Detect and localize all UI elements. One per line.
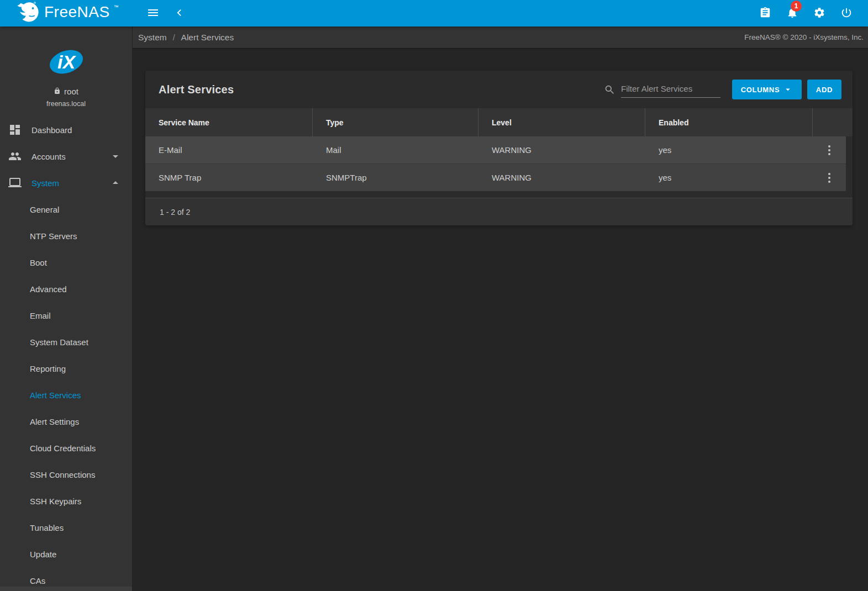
search-icon [604,84,616,96]
freenas-shark-logo-icon [15,1,40,25]
settings-gear-icon [813,7,825,20]
hostname: freenas.local [0,100,132,108]
page-title: Alert Services [159,83,234,96]
table-row[interactable]: E-Mail Mail WARNING yes [145,136,846,163]
sidebar-next-item-edge [0,587,132,591]
sidebar-subitem-label: Tunables [30,523,64,532]
sidebar-subitem-label: Email [30,311,51,320]
filter-input[interactable] [621,82,720,98]
menu-icon [146,6,160,21]
columns-button[interactable]: COLUMNS [732,80,802,99]
sidebar-item-reporting[interactable]: Reporting [0,355,132,382]
cell-enabled: yes [645,173,813,182]
sidebar: iX root freenas.local Dashboard Accounts… [0,27,133,591]
sidebar-item-system[interactable]: System [0,170,132,196]
sidebar-item-dashboard[interactable]: Dashboard [0,117,132,143]
sidebar-subitem-label: NTP Servers [30,231,77,241]
row-menu-button[interactable] [826,143,833,157]
sidebar-item-ssh-keypairs[interactable]: SSH Keypairs [0,488,132,514]
topbar-actions: 1 [759,7,868,20]
ix-logo: iX [46,48,86,76]
sidebar-item-label: Dashboard [31,125,72,135]
caret-up-icon [109,176,122,189]
freenas-brand[interactable]: FreeNAS ™ [0,1,133,25]
sidebar-item-alert-services[interactable]: Alert Services [0,382,132,408]
svg-text:iX: iX [57,51,76,72]
accounts-people-icon [8,150,22,163]
card-header: Alert Services COLUMNS ADD [145,71,853,108]
notifications-button[interactable]: 1 [786,7,799,20]
sidebar-nav: Dashboard Accounts System General NTP Se… [0,117,132,591]
more-vert-icon [828,173,830,183]
sidebar-item-ntp-servers[interactable]: NTP Servers [0,223,132,249]
column-header-actions [813,108,853,136]
cell-enabled: yes [645,145,813,155]
dashboard-icon [8,123,22,136]
sidebar-subitem-label: Boot [30,258,47,267]
sidebar-subitem-label: Update [30,550,56,559]
task-manager-button[interactable] [759,7,772,20]
lock-icon [54,87,61,96]
sidebar-item-email[interactable]: Email [0,302,132,329]
sidebar-item-boot[interactable]: Boot [0,249,132,276]
column-header-type[interactable]: Type [313,108,478,136]
column-header-level[interactable]: Level [478,108,645,136]
row-menu-button[interactable] [826,171,833,185]
column-header-service-name[interactable]: Service Name [145,108,313,136]
username: root [64,87,78,96]
sidebar-item-tunables[interactable]: Tunables [0,514,132,541]
sidebar-subitem-label: System Dataset [30,337,88,347]
sidebar-subitem-label: General [30,205,59,214]
topbar: FreeNAS ™ 1 [0,0,868,27]
main-content: Alert Services COLUMNS ADD Service Name … [133,50,868,591]
cell-type: SNMPTrap [313,173,478,182]
cell-actions [813,143,846,157]
sidebar-item-advanced[interactable]: Advanced [0,276,132,302]
sidebar-item-ssh-connections[interactable]: SSH Connections [0,461,132,488]
columns-button-label: COLUMNS [741,86,780,94]
breadcrumb-alert-services[interactable]: Alert Services [181,33,234,43]
cell-type: Mail [313,145,478,155]
breadcrumb-bar: System / Alert Services FreeNAS® © 2020 … [133,27,868,49]
chevron-left-icon [175,8,185,19]
sidenav-toggle-button[interactable] [146,7,160,20]
sidebar-subitem-label: Cloud Credentials [30,444,96,453]
alert-services-card: Alert Services COLUMNS ADD Service Name … [145,71,853,225]
sidebar-item-label: System [31,178,59,188]
power-button[interactable] [840,7,853,20]
table-paginator: 1 - 2 of 2 [145,198,853,225]
sidebar-item-update[interactable]: Update [0,541,132,567]
notification-badge: 1 [791,1,802,12]
column-header-enabled[interactable]: Enabled [645,108,813,136]
cell-actions [813,171,846,185]
more-vert-icon [828,145,830,155]
sidebar-item-alert-settings[interactable]: Alert Settings [0,408,132,435]
breadcrumb-separator: / [173,33,175,42]
sidebar-subitem-label: SSH Keypairs [30,497,81,506]
paginator-range-label: 1 - 2 of 2 [160,208,190,217]
cell-level: WARNING [478,173,645,182]
table-row[interactable]: SNMP Trap SNMPTrap WARNING yes [145,163,846,191]
caret-down-icon [783,85,793,94]
sidebar-subitem-label: Advanced [30,284,67,294]
brand-trademark: ™ [114,4,119,10]
card-header-actions: COLUMNS ADD [604,80,841,99]
breadcrumb: System / Alert Services [138,33,234,43]
cell-level: WARNING [478,145,645,155]
sidebar-item-general[interactable]: General [0,196,132,223]
power-icon [840,7,853,20]
system-laptop-icon [8,176,22,189]
tasks-clipboard-icon [759,7,771,20]
settings-button[interactable] [813,7,826,20]
copyright-text: FreeNAS® © 2020 - iXsystems, Inc. [744,33,864,41]
sidebar-item-accounts[interactable]: Accounts [0,143,132,170]
sidebar-item-system-dataset[interactable]: System Dataset [0,329,132,355]
sidebar-item-label: Accounts [31,152,66,161]
sidebar-item-cloud-credentials[interactable]: Cloud Credentials [0,435,132,461]
add-button[interactable]: ADD [807,80,841,99]
sidebar-subitem-label: SSH Connections [30,470,95,479]
sidebar-subitem-label: Reporting [30,364,66,373]
navigate-back-button[interactable] [173,7,186,20]
breadcrumb-system[interactable]: System [138,33,167,43]
sidebar-subitem-label: Alert Services [30,391,81,400]
